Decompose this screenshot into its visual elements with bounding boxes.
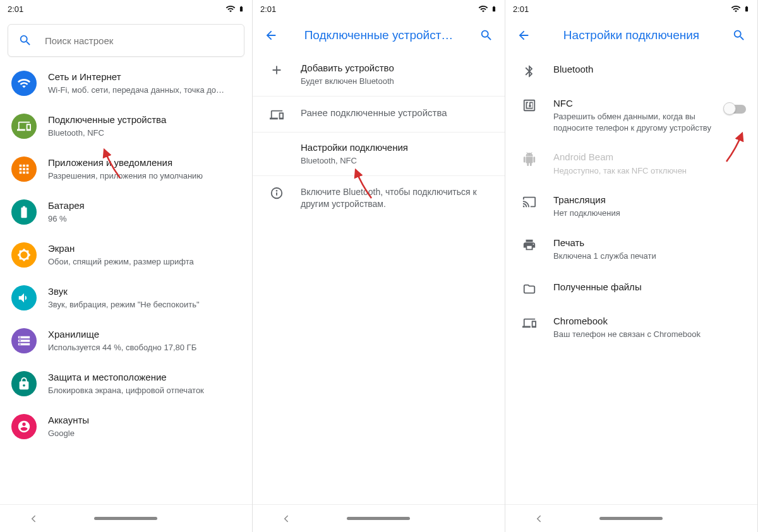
item-apps-notifications[interactable]: Приложения и уведомления Разрешения, при…	[0, 148, 252, 191]
account-icon	[11, 414, 37, 439]
print-icon	[517, 237, 542, 252]
status-time: 2:01	[260, 4, 276, 14]
item-bluetooth[interactable]: Bluetooth	[505, 53, 757, 88]
app-bar: Подключенные устройст…	[253, 18, 505, 53]
item-sub: Разрешить обмен данными, когда вы поднос…	[553, 111, 719, 133]
item-sound[interactable]: Звук Звук, вибрация, режим "Не беспокоит…	[0, 276, 252, 319]
previously-connected[interactable]: Ранее подключенные устройства	[253, 97, 505, 132]
item-title: Приложения и уведомления	[48, 157, 241, 169]
nav-bar	[505, 504, 757, 532]
item-display[interactable]: Экран Обои, спящий режим, размер шрифта	[0, 233, 252, 276]
item-sub: Обои, спящий режим, размер шрифта	[48, 256, 241, 268]
item-sub: Недоступно, так как NFC отключен	[553, 165, 746, 177]
wifi-icon	[226, 4, 236, 14]
nfc-toggle[interactable]	[725, 97, 746, 114]
devices-icon	[264, 107, 289, 122]
connected-devices-list: Добавить устройство Будет включен Blueto…	[253, 53, 505, 504]
screen-settings-home: 2:01 Сеть и Интернет Wi-Fi, моб. сети, п…	[0, 0, 253, 532]
battery-icon	[11, 199, 37, 225]
item-connected-devices[interactable]: Подключенные устройства Bluetooth, NFC	[0, 105, 252, 148]
item-title: Сеть и Интернет	[48, 71, 241, 83]
devices-icon	[11, 114, 37, 139]
back-button[interactable]	[259, 23, 283, 47]
info-msg: Включите Bluetooth, чтобы подключиться к…	[301, 186, 493, 211]
item-title: Звук	[48, 285, 241, 298]
item-title: Bluetooth	[553, 63, 746, 76]
item-nfc[interactable]: NFC Разрешить обмен данными, когда вы по…	[505, 88, 757, 142]
item-title: Печать	[553, 237, 746, 249]
nav-home-pill[interactable]	[94, 517, 157, 520]
search-input[interactable]	[45, 35, 234, 46]
item-received-files[interactable]: Полученные файлы	[505, 271, 757, 306]
folder-icon	[517, 281, 542, 296]
search-button[interactable]	[727, 23, 751, 47]
nav-back-icon[interactable]	[28, 513, 39, 524]
connection-prefs-list: Bluetooth NFC Разрешить обмен данными, к…	[505, 53, 757, 504]
app-bar: Настройки подключения	[505, 18, 757, 53]
screen-connection-prefs: 2:01 Настройки подключения Bluetooth	[505, 0, 758, 532]
connection-preferences[interactable]: Настройки подключения Bluetooth, NFC	[253, 133, 505, 175]
nav-bar	[253, 504, 505, 532]
page-title: Подключенные устройст…	[283, 28, 474, 42]
item-battery[interactable]: Батарея 96 %	[0, 191, 252, 233]
android-icon	[517, 151, 542, 166]
lock-icon	[11, 371, 37, 396]
nav-back-icon[interactable]	[533, 513, 544, 524]
nav-bar	[0, 504, 252, 532]
status-bar: 2:01	[253, 0, 505, 18]
item-sub: Блокировка экрана, цифровой отпечаток	[48, 385, 241, 396]
nav-home-pill[interactable]	[347, 517, 410, 520]
item-sub: Google	[48, 428, 241, 439]
bluetooth-icon	[517, 63, 542, 78]
item-sub: Wi-Fi, моб. сети, передача данных, точка…	[48, 85, 241, 96]
screen-connected-devices: 2:01 Подключенные устройст… Добавить уст…	[253, 0, 505, 532]
item-title: Батарея	[48, 199, 241, 212]
page-title: Настройки подключения	[536, 28, 727, 42]
item-print[interactable]: Печать Включена 1 служба печати	[505, 228, 757, 271]
item-sub: Bluetooth, NFC	[48, 127, 241, 139]
wifi-icon	[731, 4, 741, 14]
search-settings[interactable]	[8, 24, 244, 57]
status-bar: 2:01	[0, 0, 252, 18]
nav-home-pill[interactable]	[599, 517, 663, 520]
item-title: Подключенные устройства	[48, 114, 241, 126]
item-title: Android Beam	[553, 151, 746, 163]
cast-icon	[517, 194, 542, 209]
item-android-beam: Android Beam Недоступно, так как NFC отк…	[505, 142, 757, 185]
add-device[interactable]: Добавить устройство Будет включен Blueto…	[253, 53, 505, 96]
item-network[interactable]: Сеть и Интернет Wi-Fi, моб. сети, переда…	[0, 62, 252, 105]
item-sub: Используется 44 %, свободно 17,80 ГБ	[48, 342, 241, 353]
item-sub: Bluetooth, NFC	[301, 155, 493, 167]
item-chromebook[interactable]: Chromebook Ваш телефон не связан с Chrom…	[505, 306, 757, 349]
item-title: Полученные файлы	[553, 281, 746, 293]
settings-list: Сеть и Интернет Wi-Fi, моб. сети, переда…	[0, 62, 252, 504]
item-sub: Разрешения, приложения по умолчанию	[48, 170, 241, 182]
svg-point-2	[277, 190, 277, 191]
item-title: Экран	[48, 242, 241, 255]
add-icon	[264, 62, 289, 77]
item-title: Трансляция	[553, 194, 746, 206]
item-title: Добавить устройство	[301, 62, 493, 74]
battery-icon	[491, 4, 497, 14]
item-title: Настройки подключения	[301, 141, 493, 154]
item-accounts[interactable]: Аккаунты Google	[0, 405, 252, 448]
status-time: 2:01	[8, 4, 23, 14]
item-sub: Ваш телефон не связан с Chromebook	[553, 329, 746, 340]
search-button[interactable]	[474, 23, 498, 47]
item-sub: Нет подключения	[553, 208, 746, 219]
back-button[interactable]	[512, 23, 536, 47]
item-storage[interactable]: Хранилище Используется 44 %, свободно 17…	[0, 319, 252, 362]
item-title: NFC	[553, 97, 719, 110]
nav-back-icon[interactable]	[280, 513, 292, 524]
nfc-icon	[517, 97, 542, 112]
battery-icon	[238, 4, 244, 14]
storage-icon	[11, 328, 37, 353]
apps-icon	[11, 157, 37, 182]
chromebook-icon	[517, 315, 542, 330]
item-cast[interactable]: Трансляция Нет подключения	[505, 185, 757, 228]
wifi-icon	[11, 71, 37, 96]
brightness-icon	[11, 242, 37, 268]
item-security[interactable]: Защита и местоположение Блокировка экран…	[0, 362, 252, 405]
item-title: Chromebook	[553, 315, 746, 328]
item-title: Защита и местоположение	[48, 371, 241, 384]
